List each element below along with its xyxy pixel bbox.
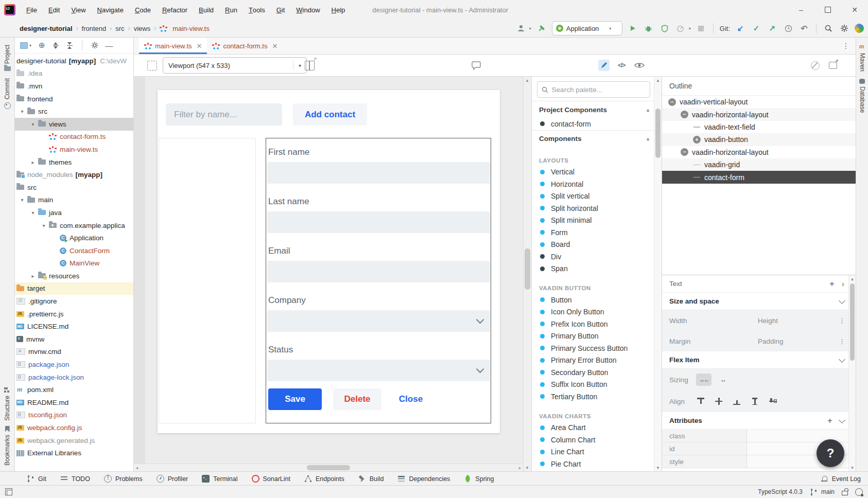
sizing-grow-button[interactable]: ↔ xyxy=(716,374,731,386)
scrollbar-thumb[interactable] xyxy=(525,248,530,290)
palette-row[interactable]: Line Chart xyxy=(532,446,662,458)
tab-close-icon[interactable]: ✕ xyxy=(197,42,202,50)
tree-row[interactable]: ▸ resources xyxy=(15,270,133,282)
palette-row[interactable]: Prefix Icon Button xyxy=(532,318,662,330)
scrollbar-thumb[interactable] xyxy=(655,109,661,158)
text-section-header[interactable]: Text +› xyxy=(662,275,856,293)
lock-open-icon[interactable] xyxy=(842,491,848,495)
scroll-right-icon[interactable]: ▸ xyxy=(519,466,521,470)
edit-mode-pencil-icon[interactable] xyxy=(598,60,610,71)
field-input[interactable] xyxy=(267,211,490,233)
run-configuration-select[interactable]: Application ▾ xyxy=(552,21,622,35)
tool-tab-project[interactable]: Project xyxy=(4,45,11,71)
palette-row[interactable]: Pie Chart xyxy=(532,458,662,470)
tree-row[interactable]: MainView xyxy=(15,257,133,270)
tool-tab-maven[interactable]: Maven xyxy=(859,45,866,72)
palette-row[interactable]: Components xyxy=(532,130,662,147)
palette-row[interactable]: VAADIN BUTTON xyxy=(532,275,662,294)
palette-row[interactable]: VAADIN CHARTS xyxy=(532,403,662,422)
highlight-toggle-icon[interactable] xyxy=(811,61,820,70)
editor-tab[interactable]: contact-form.ts ✕ xyxy=(207,38,283,54)
menu-item[interactable]: Tools xyxy=(243,0,271,20)
sizing-shrink-button[interactable]: →← xyxy=(696,374,711,386)
palette-row[interactable]: Icon Only Button xyxy=(532,306,662,318)
selection-mode-icon[interactable] xyxy=(147,61,157,70)
outline-row[interactable]: − vaadin-horizontal-layout xyxy=(662,108,856,120)
tree-row[interactable]: .gitignore xyxy=(15,295,133,308)
tree-row[interactable]: README.md xyxy=(15,396,133,409)
palette-row[interactable]: Form xyxy=(532,226,662,239)
git-commit-check-icon[interactable]: ✓ xyxy=(751,23,762,34)
palette-row[interactable]: Div xyxy=(532,251,662,263)
tool-tab-database[interactable]: Database xyxy=(859,79,866,113)
split-editor-icon[interactable] xyxy=(305,61,315,70)
palette-row[interactable]: Primary Success Button xyxy=(532,342,662,354)
build-hammer-icon[interactable] xyxy=(536,23,547,34)
align-bottom-button[interactable] xyxy=(732,397,742,406)
outline-marker-icon[interactable] xyxy=(693,161,701,169)
git-branch-widget[interactable]: main xyxy=(810,488,835,496)
tree-expand-arrow-icon[interactable]: ▾ xyxy=(19,109,26,114)
size-field-label[interactable]: Padding xyxy=(758,337,784,345)
panel-settings-gear-icon[interactable] xyxy=(91,42,98,49)
restore-tool-windows-icon[interactable] xyxy=(5,488,12,495)
contact-form-component[interactable]: First name Last name xyxy=(266,138,491,423)
settings-gear-icon[interactable] xyxy=(839,23,850,34)
expand-all-icon[interactable] xyxy=(53,42,59,49)
flex-section-header[interactable]: Flex Item xyxy=(662,351,856,369)
tree-row[interactable]: webpack.config.js xyxy=(15,421,133,434)
scroll-up-icon[interactable]: ▲ xyxy=(525,78,529,83)
history-clock-icon[interactable] xyxy=(783,23,794,34)
outline-row[interactable]: contact-form xyxy=(662,171,856,183)
menu-item[interactable]: Run xyxy=(219,0,243,20)
tree-expand-arrow-icon[interactable]: ▾ xyxy=(19,197,26,203)
palette-row[interactable]: contact-form xyxy=(532,118,662,130)
rollback-undo-icon[interactable]: ↶ xyxy=(798,23,810,34)
palette-row[interactable]: LAYOUTS xyxy=(532,147,662,166)
scrollbar-thumb[interactable] xyxy=(307,465,350,470)
palette-row[interactable]: Project Components xyxy=(532,101,662,118)
tree-row[interactable]: pom.xml xyxy=(15,383,133,396)
tree-row[interactable]: .mvn xyxy=(15,80,133,93)
size-field-label[interactable]: Margin xyxy=(669,337,690,345)
project-view-selector-icon[interactable]: ▾ xyxy=(20,42,31,49)
palette-row[interactable]: Secondary Button xyxy=(532,366,662,379)
scroll-up-icon[interactable]: ▲ xyxy=(656,78,660,83)
tool-window-button[interactable]: Endpoints xyxy=(304,475,344,483)
tool-window-button[interactable]: Problems xyxy=(104,475,143,483)
viewport-size-select[interactable]: Viewport (547 x 533)▾ xyxy=(163,57,307,74)
palette-row[interactable]: Vertical xyxy=(532,166,662,179)
outline-marker-icon[interactable]: − xyxy=(681,111,688,118)
tool-tab-commit[interactable]: Commit xyxy=(4,78,11,109)
palette-row[interactable]: Column Chart xyxy=(532,434,662,446)
breadcrumb-file[interactable]: main-view.ts xyxy=(160,25,210,32)
locate-file-icon[interactable]: ⊕ xyxy=(39,41,45,50)
tree-row[interactable]: ▾ java xyxy=(15,206,133,219)
palette-search-input[interactable] xyxy=(551,85,646,94)
field-input[interactable] xyxy=(267,310,490,332)
scroll-left-icon[interactable]: ◂ xyxy=(136,466,138,470)
tree-row[interactable]: contact-form.ts xyxy=(15,131,133,144)
collapse-all-icon[interactable] xyxy=(66,42,73,49)
scrollbar-thumb[interactable] xyxy=(850,283,855,361)
menu-item[interactable]: Build xyxy=(193,0,219,20)
tab-options-icon[interactable]: ⋮ xyxy=(836,38,856,54)
menu-item[interactable]: File xyxy=(21,0,43,20)
tree-row[interactable]: .prettierrc.js xyxy=(15,308,133,321)
code-mode-icon[interactable]: </> xyxy=(618,55,625,76)
palette-row[interactable]: Tertiary Button xyxy=(532,390,662,403)
hide-panel-icon[interactable]: — xyxy=(106,41,113,50)
palette-search-box[interactable] xyxy=(537,81,650,98)
palette-row[interactable]: Split vertical xyxy=(532,190,662,203)
outline-marker-icon[interactable]: − xyxy=(681,148,688,156)
field-input[interactable] xyxy=(267,261,490,282)
tree-row[interactable]: ▾ com.example.applica xyxy=(15,219,133,232)
menu-item[interactable]: Refactor xyxy=(157,0,193,20)
tree-row[interactable]: ▾ src xyxy=(15,105,133,118)
tree-expand-arrow-icon[interactable]: ▾ xyxy=(29,121,37,127)
outline-row[interactable]: vaadin-text-field xyxy=(662,121,856,133)
form-button[interactable]: Save xyxy=(268,388,322,410)
search-everywhere-icon[interactable] xyxy=(823,23,834,34)
breadcrumb-frontend[interactable]: frontend xyxy=(82,25,107,32)
ide-features-icon[interactable] xyxy=(855,24,864,33)
